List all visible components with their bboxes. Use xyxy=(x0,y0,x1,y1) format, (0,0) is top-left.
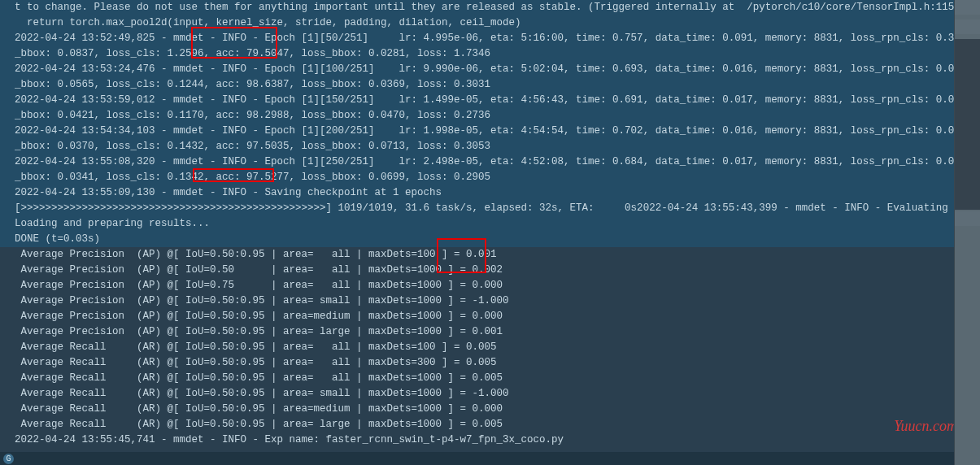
metric-line: Average Precision (AP) @[ IoU=0.50:0.95 … xyxy=(0,324,980,340)
log-line: 2022-04-24 13:52:49,825 - mmdet - INFO -… xyxy=(15,31,980,46)
metric-line: Average Recall (AR) @[ IoU=0.50:0.95 | a… xyxy=(0,417,980,432)
status-bar: G xyxy=(0,452,954,465)
metric-line: Average Recall (AR) @[ IoU=0.50:0.95 | a… xyxy=(0,386,980,402)
metric-line: Average Recall (AR) @[ IoU=0.50:0.95 | a… xyxy=(0,340,980,355)
log-line: 2022-04-24 13:54:34,103 - mmdet - INFO -… xyxy=(15,124,980,139)
metric-line: Average Precision (AP) @[ IoU=0.50:0.95 … xyxy=(0,293,980,309)
metric-line: Average Precision (AP) @[ IoU=0.50:0.95 … xyxy=(0,309,980,324)
log-line: Loading and preparing results... xyxy=(15,216,980,232)
metric-line: Average Precision (AP) @[ IoU=0.75 | are… xyxy=(0,278,980,293)
sidebar-btn[interactable] xyxy=(955,211,980,226)
log-line: 2022-04-24 13:53:59,012 - mmdet - INFO -… xyxy=(15,93,980,108)
status-badge[interactable]: G xyxy=(3,454,14,464)
metric-line: Average Recall (AR) @[ IoU=0.50:0.95 | a… xyxy=(0,355,980,371)
log-line: 2022-04-24 13:55:08,320 - mmdet - INFO -… xyxy=(15,154,980,170)
metric-line: 2022-04-24 13:55:45,741 - mmdet - INFO -… xyxy=(0,432,980,448)
metric-line: Average Precision (AP) @[ IoU=0.50:0.95 … xyxy=(0,247,980,263)
sidebar-btn[interactable] xyxy=(955,0,980,15)
metric-line: Average Recall (AR) @[ IoU=0.50:0.95 | a… xyxy=(0,402,980,417)
log-line: _bbox: 0.0370, loss_cls: 0.1432, acc: 97… xyxy=(15,139,980,154)
log-line: _bbox: 0.0341, loss_cls: 0.1342, acc: 97… xyxy=(15,170,980,185)
log-line: return torch.max_pool2d(input, kernel_si… xyxy=(15,15,980,31)
metric-line: Average Recall (AR) @[ IoU=0.50:0.95 | a… xyxy=(0,371,980,386)
log-line: _bbox: 0.0421, loss_cls: 0.1170, acc: 98… xyxy=(15,108,980,124)
log-line: _bbox: 0.0565, loss_cls: 0.1244, acc: 98… xyxy=(15,77,980,93)
log-line: 2022-04-24 13:55:09,130 - mmdet - INFO -… xyxy=(15,185,980,201)
log-line: DONE (t=0.03s) xyxy=(15,232,980,247)
terminal-shell: t to change. Please do not use them for … xyxy=(0,0,980,465)
sidebar-btn[interactable] xyxy=(955,20,980,34)
sidebar-panel[interactable] xyxy=(955,39,980,210)
log-line: _bbox: 0.0837, loss_cls: 1.2596, acc: 79… xyxy=(15,46,980,62)
right-sidebar[interactable] xyxy=(954,0,980,465)
log-line: t to change. Please do not use them for … xyxy=(15,0,980,15)
log-line: [>>>>>>>>>>>>>>>>>>>>>>>>>>>>>>>>>>>>>>>… xyxy=(15,201,980,216)
metric-line: Average Precision (AP) @[ IoU=0.50 | are… xyxy=(0,263,980,278)
selected-log-block[interactable]: t to change. Please do not use them for … xyxy=(0,0,980,247)
log-line: 2022-04-24 13:53:24,476 - mmdet - INFO -… xyxy=(15,62,980,77)
